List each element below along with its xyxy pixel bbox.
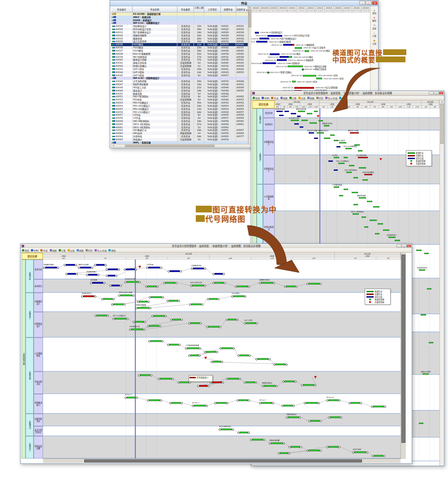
- network-node[interactable]: [133, 321, 135, 323]
- network-node[interactable]: [256, 322, 258, 324]
- network-activity[interactable]: [303, 384, 314, 386]
- network-activity[interactable]: [187, 347, 199, 349]
- table-row[interactable]: A0063DES送审开始里程碑0d5x8(全部)A0056A0064: [111, 132, 251, 135]
- network-activity[interactable]: [172, 319, 181, 320]
- network-activity[interactable]: [169, 300, 178, 302]
- mini-gantt-bar[interactable]: [370, 220, 377, 221]
- mini-gantt-bar[interactable]: [395, 240, 400, 241]
- toolbar-item-作业[interactable]: 作业: [40, 249, 47, 252]
- network-node[interactable]: [175, 282, 177, 284]
- table-row[interactable]: ⊟ANLY - 系统分析: [111, 16, 251, 19]
- network-node[interactable]: [160, 399, 162, 402]
- network-node[interactable]: [269, 442, 271, 445]
- milestone-marker[interactable]: [379, 158, 382, 160]
- network-activity[interactable]: [127, 281, 138, 283]
- table-row[interactable]: A0058V3评设任务作业6d5x8(全部)A0057A0059: [111, 117, 251, 120]
- mini-gantt-bar[interactable]: [375, 233, 379, 234]
- toolbar-item-视图[interactable]: 视图: [50, 249, 57, 252]
- network-activity[interactable]: [115, 318, 126, 320]
- network-node[interactable]: [76, 273, 78, 275]
- table-row[interactable]: A0044QAT-2优化任务作业14d5x8(全部)A0043,A0050: [111, 71, 251, 74]
- mini-gantt-bar[interactable]: [300, 126, 303, 128]
- mini-gantt-bar[interactable]: [362, 179, 368, 181]
- network-node[interactable]: [78, 267, 80, 269]
- mini-gantt-bar[interactable]: [284, 111, 289, 112]
- network-node[interactable]: [125, 281, 127, 283]
- network-node[interactable]: [129, 329, 131, 331]
- mini-gantt-bar[interactable]: [344, 189, 348, 190]
- mini-gantt-bar[interactable]: [353, 204, 358, 205]
- mini-gantt-bar[interactable]: [383, 229, 389, 231]
- network-activity[interactable]: [309, 283, 319, 285]
- network-vscrollbar[interactable]: [401, 253, 406, 459]
- network-activity[interactable]: [209, 298, 217, 300]
- network-node[interactable]: [149, 296, 151, 298]
- network-activity[interactable]: [233, 295, 244, 297]
- network-node[interactable]: [276, 385, 278, 387]
- network-activity[interactable]: [215, 282, 224, 284]
- milestone-marker[interactable]: [267, 71, 270, 74]
- toolbar-item-过滤[interactable]: 过滤: [68, 249, 75, 252]
- network-activity[interactable]: [148, 267, 160, 268]
- network-node[interactable]: [372, 455, 374, 457]
- network-node[interactable]: [145, 285, 147, 288]
- column-header[interactable]: 作业类型: [177, 6, 194, 13]
- network-node[interactable]: [255, 358, 258, 360]
- network-node[interactable]: [319, 420, 322, 422]
- minimize-button[interactable]: –: [396, 244, 401, 247]
- mini-gantt-bar[interactable]: [336, 146, 340, 147]
- network-activity[interactable]: [261, 282, 273, 284]
- maximize-button[interactable]: □: [366, 1, 371, 5]
- network-node[interactable]: [177, 381, 180, 384]
- table-row[interactable]: A0031用户管理模块设计任务作业19d5x8(全部)A0029A0039: [111, 31, 251, 34]
- network-node[interactable]: [204, 285, 206, 287]
- table-row[interactable]: A0046交互流程初稿任务作业26d5x8(全部)A0033A0048,: [111, 80, 251, 83]
- network-activity[interactable]: [284, 405, 293, 407]
- network-node[interactable]: [101, 298, 103, 300]
- network-activity[interactable]: [147, 285, 156, 287]
- network-node[interactable]: [138, 374, 140, 376]
- close-button[interactable]: ×: [372, 1, 378, 5]
- network-activity[interactable]: [149, 325, 159, 327]
- gantt-bar[interactable]: [255, 32, 259, 34]
- network-activity[interactable]: [237, 285, 248, 287]
- close-button[interactable]: ×: [439, 91, 444, 95]
- toolbar-item-打印[interactable]: 打印: [86, 249, 93, 252]
- network-node[interactable]: [43, 267, 45, 269]
- network-activity[interactable]: [276, 363, 285, 365]
- table-row[interactable]: A0053PES-P详细设计任务作业30d5x8(全部)A0052A0054: [111, 101, 251, 104]
- close-button[interactable]: ×: [407, 244, 411, 247]
- network-node[interactable]: [286, 416, 288, 419]
- toolbar-item-过滤[interactable]: 过滤: [298, 96, 306, 99]
- network-node[interactable]: [349, 402, 351, 404]
- network-node[interactable]: [226, 378, 228, 380]
- network-node[interactable]: [192, 405, 194, 407]
- network-activity[interactable]: [240, 355, 249, 356]
- table-row[interactable]: A0043QAT-1优化任务作业30d5x8(全部)A0041A0044: [111, 68, 251, 71]
- network-node[interactable]: [190, 285, 192, 287]
- mini-gantt-bar[interactable]: [345, 148, 352, 149]
- network-node[interactable]: [219, 428, 221, 431]
- network-activity[interactable]: [112, 285, 120, 286]
- gantt-bar[interactable]: [263, 62, 276, 64]
- network-node[interactable]: [199, 347, 201, 350]
- network-node[interactable]: [237, 432, 240, 434]
- network-node[interactable]: [222, 381, 224, 384]
- network-node[interactable]: [197, 385, 199, 387]
- network-node[interactable]: [147, 301, 150, 303]
- mini-gantt-bar[interactable]: [302, 120, 308, 121]
- network-node[interactable]: [162, 296, 164, 298]
- gantt-bar[interactable]: [259, 38, 269, 39]
- network-node[interactable]: [126, 318, 129, 320]
- table-row[interactable]: A0033概图管理任务作业26d5x8(全部)A0030A0034,: [111, 37, 251, 40]
- 计算-button[interactable]: ⌕计算: [370, 31, 378, 37]
- network-activity[interactable]: [328, 446, 338, 448]
- network-node[interactable]: [219, 326, 221, 328]
- network-node[interactable]: [189, 303, 191, 306]
- network-node[interactable]: [57, 267, 59, 269]
- network-activity[interactable]: [258, 358, 268, 360]
- network-node[interactable]: [204, 268, 206, 270]
- mini-gantt-bar[interactable]: [359, 197, 366, 199]
- network-node[interactable]: [120, 285, 122, 287]
- network-node[interactable]: [338, 399, 340, 402]
